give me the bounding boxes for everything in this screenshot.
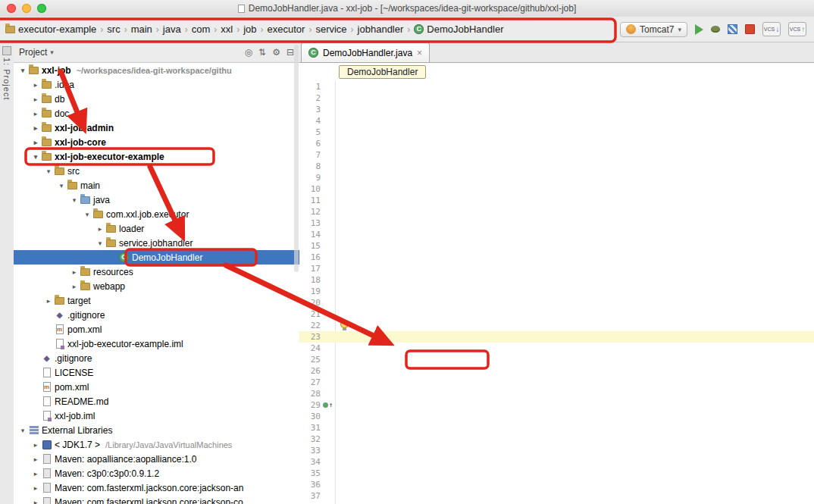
code-line-21[interactable]: 21	[299, 308, 814, 320]
code-line-6[interactable]: 6	[299, 138, 814, 149]
code-line-7[interactable]: 7	[299, 149, 814, 161]
project-tool-window-button[interactable]: 1: Project	[2, 58, 11, 100]
code-line-30[interactable]: 30	[299, 411, 814, 422]
expanded-arrow-icon[interactable]: ▾	[57, 182, 66, 189]
override-icon[interactable]: ↑	[329, 399, 333, 411]
expanded-arrow-icon[interactable]: ▾	[31, 153, 40, 161]
code-line-27[interactable]: 27	[299, 377, 814, 388]
code-line-12[interactable]: 12	[299, 206, 814, 218]
code-line-33[interactable]: 33	[299, 445, 814, 456]
stop-button[interactable]	[745, 24, 755, 34]
collapsed-arrow-icon[interactable]: ▸	[44, 297, 53, 305]
tree-item-Maven: com.fasterxml.jackson.core:jackson-an[interactable]: ▸Maven: com.fasterxml.jackson.core:jacks…	[14, 481, 299, 495]
tree-item-xxl-job.iml[interactable]: xxl-job.iml	[14, 409, 299, 423]
code-line-5[interactable]: 5	[299, 127, 814, 138]
tree-item-resources[interactable]: ▸resources	[14, 265, 299, 279]
close-window-button[interactable]	[7, 4, 16, 13]
code-line-24[interactable]: 24	[299, 343, 814, 354]
tree-item-xxl-job-admin[interactable]: ▸xxl-job-admin	[14, 121, 299, 135]
code-line-3[interactable]: 3	[299, 104, 814, 115]
tree-item-.gitignore[interactable]: ◆.gitignore	[14, 308, 299, 322]
code-line-35[interactable]: 35	[299, 468, 814, 479]
code-line-9[interactable]: 9	[299, 172, 814, 183]
collapse-all-icon[interactable]: ⊟	[286, 47, 294, 58]
collapsed-arrow-icon[interactable]: ▸	[70, 283, 79, 290]
expanded-arrow-icon[interactable]: ▾	[44, 167, 53, 175]
breadcrumb-item-executor-example[interactable]: executor-example	[2, 22, 99, 36]
project-panel-title-select[interactable]: Project ▾	[19, 47, 54, 58]
collapsed-arrow-icon[interactable]: ▸	[31, 110, 40, 117]
tree-item-External Libraries[interactable]: ▾External Libraries	[14, 423, 299, 437]
code-line-14[interactable]: 14	[299, 229, 814, 240]
code-line-25[interactable]: 25	[299, 354, 814, 365]
collapsed-arrow-icon[interactable]: ▸	[31, 499, 40, 504]
tree-scrollbar[interactable]	[294, 45, 299, 272]
run-method-icon[interactable]	[323, 402, 328, 408]
tree-item-xxl-job-executor-example.iml[interactable]: xxl-job-executor-example.iml	[14, 337, 299, 351]
collapsed-arrow-icon[interactable]: ▸	[31, 441, 40, 449]
editor-tab[interactable]: C DemoJobHandler.java ×	[301, 42, 430, 62]
code-line-15[interactable]: 15	[299, 240, 814, 252]
code-line-11[interactable]: 11	[299, 195, 814, 206]
tree-item-pom.xml[interactable]: mpom.xml	[14, 380, 299, 394]
code-line-37[interactable]: 37	[299, 490, 814, 502]
code-line-20[interactable]: 20	[299, 297, 814, 308]
tree-item-xxl-job-executor-example[interactable]: ▾xxl-job-executor-example	[14, 149, 299, 164]
tree-item-doc[interactable]: ▸doc	[14, 106, 299, 121]
code-line-13[interactable]: 13	[299, 218, 814, 229]
tree-item-.gitignore[interactable]: ◆.gitignore	[14, 351, 299, 365]
tree-item-pom.xml[interactable]: mpom.xml	[14, 322, 299, 337]
collapsed-arrow-icon[interactable]: ▸	[31, 470, 40, 477]
locate-icon[interactable]: ◎	[245, 47, 252, 58]
code-line-4[interactable]: 4	[299, 115, 814, 127]
collapsed-arrow-icon[interactable]: ▸	[31, 484, 40, 492]
breadcrumb-item-com[interactable]: com	[189, 22, 214, 36]
tree-item-loader[interactable]: ▸loader	[14, 221, 299, 236]
close-icon[interactable]: ×	[417, 49, 422, 58]
vcs-commit-button[interactable]: VCS ↑	[788, 22, 806, 36]
code-line-31[interactable]: 31	[299, 422, 814, 434]
collapsed-arrow-icon[interactable]: ▸	[31, 81, 40, 89]
breadcrumb-item-service[interactable]: service	[312, 22, 349, 36]
collapsed-arrow-icon[interactable]: ▸	[31, 455, 40, 463]
tree-item-.idea[interactable]: ▸.idea	[14, 77, 299, 92]
code-line-10[interactable]: 10	[299, 183, 814, 195]
code-line-28[interactable]: 28	[299, 388, 814, 399]
intention-bulb-icon[interactable]	[340, 320, 349, 328]
tree-item-README.md[interactable]: README.md	[14, 394, 299, 409]
code-line-32[interactable]: 32	[299, 434, 814, 445]
tree-item-webapp[interactable]: ▸webapp	[14, 279, 299, 293]
tree-item-Maven: com.fasterxml.jackson.core:jackson-co[interactable]: ▸Maven: com.fasterxml.jackson.core:jacks…	[14, 495, 299, 504]
code-line-2[interactable]: 2	[299, 92, 814, 104]
expanded-arrow-icon[interactable]: ▾	[18, 67, 27, 74]
tree-item-xxl-job-core[interactable]: ▸xxl-job-core	[14, 135, 299, 149]
code-line-1[interactable]: 1	[299, 81, 814, 92]
tree-item-xxl-job[interactable]: ▾xxl-job~/workspaces/idea-git-workspace/…	[14, 63, 299, 77]
gear-icon[interactable]: ⚙	[272, 47, 280, 58]
code-line-8[interactable]: 8	[299, 161, 814, 172]
tree-item-DemoJobHandler[interactable]: CDemoJobHandler	[14, 250, 299, 265]
code-line-22[interactable]: 22	[299, 320, 814, 331]
run-button[interactable]	[695, 24, 703, 35]
code-line-34[interactable]: 34	[299, 456, 814, 468]
code-line-16[interactable]: 16	[299, 252, 814, 263]
collapsed-arrow-icon[interactable]: ▸	[31, 139, 40, 146]
collapsed-arrow-icon[interactable]: ▸	[31, 95, 40, 103]
tree-item-db[interactable]: ▸db	[14, 92, 299, 106]
breadcrumb-item-java[interactable]: java	[160, 22, 184, 36]
breadcrumb-item-xxl[interactable]: xxl	[218, 22, 236, 36]
collapsed-arrow-icon[interactable]: ▸	[70, 268, 79, 276]
breadcrumb-item-main[interactable]: main	[128, 22, 155, 36]
debug-button[interactable]	[711, 26, 720, 33]
breadcrumb-item-src[interactable]: src	[104, 22, 123, 36]
class-name-chip[interactable]: DemoJobHandler	[339, 65, 426, 79]
tree-item-< JDK1.7 >[interactable]: ▸< JDK1.7 >/Library/Java/JavaVirtualMach…	[14, 437, 299, 452]
expanded-arrow-icon[interactable]: ▾	[83, 211, 92, 218]
collapsed-arrow-icon[interactable]: ▸	[95, 225, 105, 233]
tool-window-icon[interactable]	[2, 46, 11, 55]
code-line-23[interactable]: 23	[299, 331, 814, 343]
zoom-window-button[interactable]	[37, 4, 46, 13]
expanded-arrow-icon[interactable]: ▾	[18, 427, 27, 434]
tree-item-Maven: aopalliance:aopalliance:1.0[interactable]: ▸Maven: aopalliance:aopalliance:1.0	[14, 452, 299, 466]
tree-item-Maven: c3p0:c3p0:0.9.1.2[interactable]: ▸Maven: c3p0:c3p0:0.9.1.2	[14, 466, 299, 481]
